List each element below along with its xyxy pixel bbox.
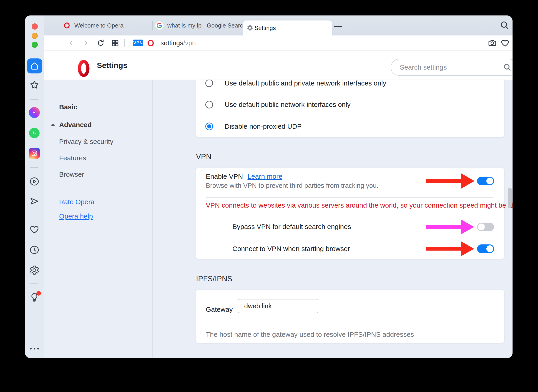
browser-window: Welcome to Opera what is my ip - Google …	[25, 15, 513, 358]
annotation-arrow-red	[426, 173, 475, 188]
traffic-light-minimize[interactable]	[32, 33, 38, 39]
rail-divider	[30, 99, 38, 100]
sidebar-home-button[interactable]	[27, 58, 42, 74]
enable-vpn-label: Enable VPN	[206, 173, 243, 180]
google-favicon-icon	[155, 21, 164, 30]
bypass-vpn-label: Bypass VPN for default search engines	[232, 223, 351, 231]
vpn-card: Enable VPN Learn more Browse with VPN to…	[196, 168, 504, 259]
sidebar-bookmarks-button[interactable]	[25, 79, 44, 90]
search-icon	[499, 20, 510, 30]
page-title: Settings	[97, 51, 127, 79]
sidebar-messenger-button[interactable]	[25, 107, 44, 118]
nav-item-basic[interactable]: Basic	[59, 103, 77, 111]
settings-search-input[interactable]	[399, 63, 503, 71]
snapshot-camera-icon	[487, 38, 497, 48]
instagram-icon	[29, 148, 40, 159]
radio-icon[interactable]	[205, 101, 213, 108]
whatsapp-icon	[29, 128, 40, 138]
settings-page-header: Settings	[44, 51, 513, 79]
settings-search-box[interactable]	[391, 59, 513, 76]
ipfs-card: Gateway The host name of the gateway use…	[196, 290, 504, 343]
vpn-warning-text: VPN connects to websites via various ser…	[206, 201, 513, 209]
opera-help-link[interactable]: Opera help	[59, 212, 93, 220]
sidebar-tips-button[interactable]	[25, 292, 44, 303]
opera-icon	[148, 40, 154, 46]
sidebar-send-button[interactable]	[25, 196, 44, 206]
connect-vpn-toggle[interactable]	[477, 244, 494, 253]
settings-gear-icon	[29, 265, 40, 275]
annotation-arrow-magenta	[426, 219, 474, 234]
rail-divider	[30, 283, 38, 284]
nav-item-advanced[interactable]: Advanced	[59, 121, 92, 129]
opera-favicon-icon	[64, 23, 70, 28]
save-to-favorites-button[interactable]	[500, 35, 510, 51]
learn-more-link[interactable]: Learn more	[247, 173, 282, 180]
traffic-light-close[interactable]	[32, 23, 38, 30]
search-icon	[503, 63, 512, 72]
gateway-label: Gateway	[206, 306, 233, 313]
nav-item-features[interactable]: Features	[59, 154, 86, 162]
vpn-badge-button[interactable]: VPN	[133, 40, 143, 46]
sidebar-whatsapp-button[interactable]	[25, 128, 44, 138]
scrollbar-thumb[interactable]	[508, 188, 512, 208]
nav-item-browser[interactable]: Browser	[59, 171, 84, 178]
tab-tiles-button[interactable]	[111, 35, 119, 51]
sidebar-history-button[interactable]	[25, 245, 44, 255]
tab-label: Settings	[254, 24, 276, 32]
radio-label: Use default public and private network i…	[225, 79, 386, 87]
opera-logo-icon	[78, 60, 90, 77]
url-base: settings	[160, 39, 183, 47]
ipfs-section-heading: IPFS/IPNS	[196, 275, 232, 283]
notification-dot	[36, 291, 41, 296]
history-clock-icon	[29, 245, 40, 255]
radio-icon[interactable]	[205, 122, 213, 130]
nav-content-divider	[152, 79, 153, 358]
opera-menu-button[interactable]	[148, 35, 154, 51]
traffic-light-zoom[interactable]	[32, 42, 38, 48]
url-display[interactable]: settings/vpn	[160, 35, 196, 51]
radio-label: Disable non-proxied UDP	[225, 122, 302, 130]
enable-vpn-toggle[interactable]	[477, 177, 494, 185]
sidebar-likes-button[interactable]	[25, 224, 44, 235]
gateway-input[interactable]	[238, 299, 318, 313]
settings-content: Basic Advanced Privacy & security Featur…	[44, 79, 513, 358]
screenshot-stage: Welcome to Opera what is my ip - Google …	[0, 0, 538, 392]
sidebar-instagram-button[interactable]	[25, 148, 44, 159]
sidebar-player-button[interactable]	[25, 176, 44, 187]
back-button[interactable]	[68, 35, 75, 51]
vpn-section-heading: VPN	[196, 152, 211, 161]
heart-icon	[500, 38, 510, 48]
tab-strip: Welcome to Opera what is my ip - Google …	[44, 15, 513, 35]
bypass-vpn-toggle[interactable]	[477, 223, 494, 231]
tab-separator	[152, 21, 153, 30]
forward-icon	[82, 38, 89, 47]
nav-item-privacy-security[interactable]: Privacy & security	[59, 138, 113, 145]
collapse-caret-icon[interactable]	[51, 124, 55, 126]
connect-vpn-label: Connect to VPN when starting browser	[232, 245, 350, 253]
reload-button[interactable]	[96, 35, 105, 51]
rate-opera-link[interactable]: Rate Opera	[59, 198, 94, 206]
tab-google-search[interactable]: what is my ip - Google Search	[155, 15, 246, 35]
snapshot-button[interactable]	[487, 35, 497, 51]
reload-icon	[96, 39, 105, 47]
tab-settings-active[interactable]: Settings	[243, 20, 332, 35]
radio-icon[interactable]	[205, 79, 213, 87]
annotation-arrow-red	[426, 241, 474, 256]
card-divider	[206, 197, 493, 198]
url-path: /vpn	[183, 39, 196, 47]
tab-search-button[interactable]	[499, 20, 510, 30]
new-tab-button[interactable]	[334, 22, 342, 30]
radio-label: Use default public network interfaces on…	[225, 101, 351, 108]
gear-favicon-icon	[247, 24, 253, 31]
tab-label: Welcome to Opera	[74, 22, 123, 29]
tab-welcome-to-opera[interactable]: Welcome to Opera	[64, 15, 123, 35]
network-options-card: Use default public and private network i…	[196, 79, 504, 137]
player-play-icon	[29, 176, 40, 187]
sidebar-more-button[interactable]	[25, 348, 44, 350]
gateway-helper-text: The host name of the gateway used to res…	[206, 331, 414, 338]
forward-button[interactable]	[82, 35, 89, 51]
back-icon	[68, 38, 75, 47]
browser-sidebar-rail	[25, 15, 44, 358]
sidebar-settings-button[interactable]	[25, 265, 44, 275]
address-bar-separator	[124, 39, 125, 47]
